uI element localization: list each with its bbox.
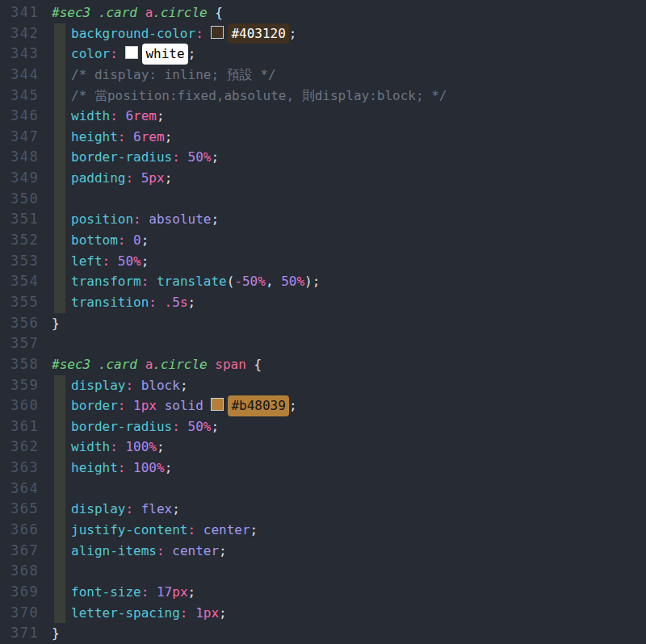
color-swatch-icon[interactable] (211, 26, 224, 39)
color-swatch-icon[interactable] (125, 46, 138, 59)
code-line[interactable]: 354transform: translate(-50%, 50%); (0, 271, 646, 292)
code-content: border: 1px solid #b48039; (52, 395, 646, 416)
code-content: justify-content: center; (52, 520, 646, 541)
line-number: 360 (0, 395, 52, 416)
token-unit: % (258, 274, 266, 289)
token-prop: display (71, 501, 125, 516)
token-prop: position (71, 211, 133, 227)
token-pun: ; (157, 439, 165, 454)
line-number: 367 (0, 541, 52, 562)
token-colon: : (125, 170, 133, 186)
code-line[interactable]: 368 (0, 561, 646, 582)
token-pun (125, 398, 133, 413)
code-line[interactable]: 353left: 50%; (0, 251, 646, 272)
code-line[interactable]: 351position: absolute; (0, 209, 646, 230)
code-content: border-radius: 50%; (52, 416, 646, 437)
token-colon: : (172, 149, 180, 165)
token-num: 50 (188, 419, 203, 434)
token-pun: ; (165, 460, 173, 475)
token-colon: : (118, 232, 126, 248)
token-pun (141, 211, 149, 227)
line-number: 362 (0, 437, 52, 458)
token-unit: % (203, 419, 212, 434)
code-line[interactable]: 349padding: 5px; (0, 168, 646, 189)
token-colon: : (110, 108, 118, 123)
code-line[interactable]: 360border: 1px solid #b48039; (0, 395, 646, 416)
line-number: 355 (0, 292, 52, 313)
code-line[interactable]: 364 (0, 479, 646, 500)
code-line[interactable]: 347height: 6rem; (0, 127, 646, 148)
code-content: height: 6rem; (52, 127, 646, 148)
code-line[interactable]: 352bottom: 0; (0, 230, 646, 251)
code-line[interactable]: 341#sec3 .card a.circle { (0, 2, 646, 23)
token-unit: % (296, 274, 304, 289)
token-prop: border (71, 398, 118, 413)
code-line[interactable]: 369font-size: 17px; (0, 582, 646, 603)
code-line[interactable]: 346width: 6rem; (0, 106, 646, 127)
code-line[interactable]: 356} (0, 313, 646, 334)
token-pun: ; (141, 253, 149, 269)
code-content: } (52, 623, 646, 644)
code-line[interactable]: 365display: flex; (0, 499, 646, 520)
code-line[interactable]: 370letter-spacing: 1px; (0, 603, 646, 624)
token-pun: } (52, 316, 60, 331)
token-pun (203, 26, 212, 41)
token-pun: ; (211, 419, 219, 434)
token-prop: height (71, 460, 118, 475)
token-colon: : (141, 274, 149, 289)
token-pun: ; (157, 108, 165, 123)
color-swatch-icon[interactable] (211, 398, 224, 411)
code-line[interactable]: 362width: 100%; (0, 437, 646, 458)
code-line[interactable]: 361border-radius: 50%; (0, 416, 646, 437)
token-prop: transform (71, 274, 141, 289)
code-line[interactable]: 345/* 當position:fixed,absolute, 則display… (0, 86, 646, 107)
color-value-chip[interactable]: white (142, 44, 187, 65)
token-pun (133, 501, 141, 516)
token-colon: : (188, 522, 196, 537)
color-value-chip[interactable]: #403120 (228, 23, 288, 44)
token-unit: . (165, 295, 173, 310)
code-line[interactable]: 371} (0, 623, 646, 644)
code-line[interactable]: 363height: 100%; (0, 458, 646, 479)
code-line[interactable]: 344/* display: inline; 預設 */ (0, 65, 646, 86)
code-line[interactable]: 350 (0, 189, 646, 210)
code-line[interactable]: 348border-radius: 50%; (0, 147, 646, 168)
code-editor[interactable]: 341#sec3 .card a.circle {342background-c… (0, 0, 646, 644)
line-number: 343 (0, 44, 52, 65)
token-unit: % (157, 460, 165, 475)
token-pun (125, 460, 133, 475)
code-content: transform: translate(-50%, 50%); (52, 271, 646, 292)
code-line[interactable]: 367align-items: center; (0, 541, 646, 562)
code-line[interactable]: 355transition: .5s; (0, 292, 646, 313)
token-num: 5 (141, 170, 149, 186)
token-unit: % (149, 439, 157, 454)
code-line[interactable]: 357 (0, 333, 646, 354)
token-pun (157, 398, 165, 413)
token-cmt: /* 當position:fixed,absolute, 則display:bl… (71, 88, 447, 103)
code-line[interactable]: 358#sec3 .card a.circle span { (0, 354, 646, 375)
token-num: 50 (281, 274, 296, 289)
token-prop: border-radius (71, 419, 172, 434)
token-colon: : (118, 460, 126, 475)
code-content: border-radius: 50%; (52, 147, 646, 168)
code-line[interactable]: 359display: block; (0, 375, 646, 396)
token-prop: justify-content (71, 522, 188, 537)
code-line[interactable]: 342background-color: #403120; (0, 23, 646, 44)
code-content (52, 479, 646, 500)
token-prop: bottom (71, 232, 118, 248)
line-number: 344 (0, 65, 52, 86)
token-num: 100 (133, 460, 157, 475)
token-pun: ; (180, 378, 188, 393)
line-number: 346 (0, 106, 52, 127)
code-content (52, 561, 646, 582)
code-line[interactable]: 343color: white; (0, 44, 646, 65)
color-value-chip[interactable]: #b48039 (228, 395, 288, 416)
token-cls: .card (99, 357, 137, 372)
token-prop: font-size (71, 584, 141, 600)
token-prop: left (71, 253, 103, 269)
code-content: position: absolute; (52, 209, 646, 230)
token-pun (90, 5, 99, 20)
code-line[interactable]: 366justify-content: center; (0, 520, 646, 541)
token-colon: : (125, 501, 133, 516)
token-num: 0 (133, 232, 141, 248)
